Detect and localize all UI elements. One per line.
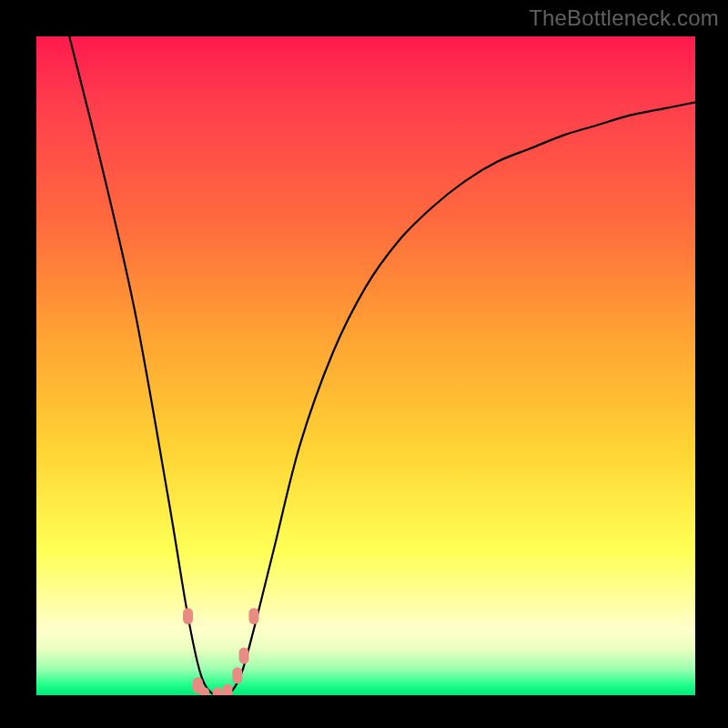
curve-marker (213, 687, 223, 695)
curve-marker (183, 608, 193, 624)
watermark-text: TheBottleneck.com (529, 5, 719, 31)
plot-area (36, 36, 695, 695)
curve-marker (248, 608, 258, 624)
bottleneck-curve-svg (36, 36, 695, 695)
curve-marker (239, 648, 249, 664)
curve-marker (232, 667, 242, 683)
bottleneck-curve (69, 36, 695, 695)
curve-marker (222, 683, 232, 695)
chart-frame: TheBottleneck.com (0, 0, 728, 728)
